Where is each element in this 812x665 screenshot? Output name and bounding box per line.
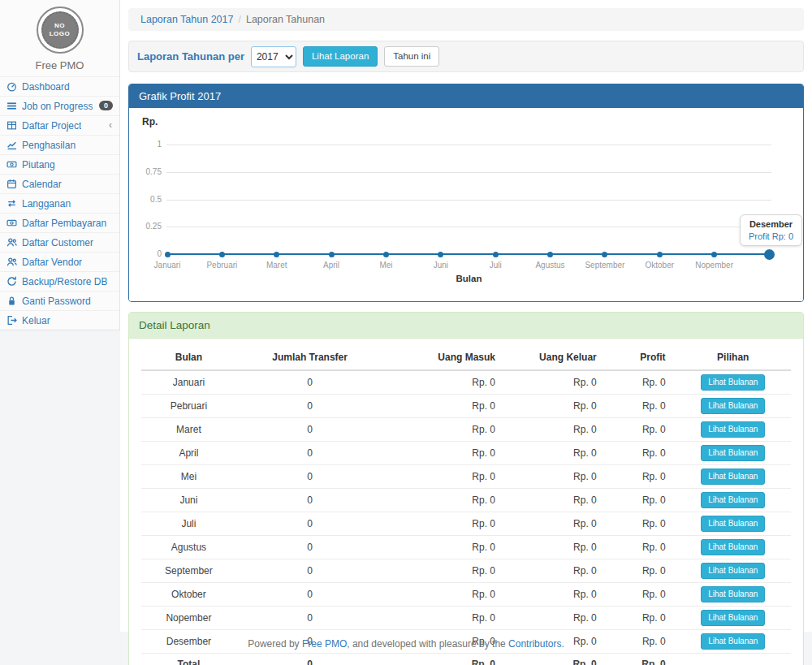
sidebar-item-daftar-pembayaran[interactable]: Daftar Pembayaran (0, 213, 119, 232)
footer-link-contributors[interactable]: Contributors. (508, 638, 564, 650)
profit-cell: Rp. 0 (607, 559, 676, 583)
profit-cell: Rp. 0 (607, 465, 676, 489)
sidebar-item-ganti-password[interactable]: Ganti Password (0, 291, 119, 310)
sidebar-item-label: Langganan (22, 198, 71, 209)
job-count-badge: 0 (99, 101, 113, 110)
chart-x-tick-label: Pebruari (193, 261, 250, 270)
action-cell: Lihat Bulanan (676, 489, 791, 512)
chart-point-pebruari[interactable] (219, 252, 225, 257)
sidebar-item-calendar[interactable]: Calendar (0, 174, 119, 193)
view-monthly-button-juli[interactable]: Lihat Bulanan (701, 516, 765, 532)
chart-point-april[interactable] (329, 252, 335, 257)
detail-table-wrap: BulanJumlah TransferUang MasukUang Kelua… (129, 339, 803, 665)
month-cell: Agustus (141, 536, 236, 559)
sidebar-item-penghasilan[interactable]: Penghasilan (0, 135, 119, 154)
sidebar-item-label: Daftar Customer (22, 237, 93, 248)
money-in-cell: Rp. 0 (383, 512, 505, 536)
sidebar-item-backup-restore-db[interactable]: Backup/Restore DB (0, 271, 119, 291)
sidebar-item-daftar-project[interactable]: Daftar Project‹ (0, 115, 119, 135)
money-in-cell: Rp. 0 (383, 442, 505, 465)
chart-gridline (166, 145, 771, 145)
sidebar: NO LOGO Free PMO DashboardJob on Progres… (0, 0, 120, 330)
money-out-cell: Rp. 0 (505, 536, 607, 559)
money-in-cell: Rp. 0 (383, 370, 505, 395)
view-report-button[interactable]: Lihat Laporan (303, 46, 378, 67)
sidebar-item-label: Job on Progress (22, 101, 93, 112)
year-select[interactable]: 2017 (251, 46, 296, 67)
chart-y-tick-label: 1 (129, 140, 162, 149)
month-cell: April (141, 442, 236, 465)
footer-link-free-pmo[interactable]: Free PMO (302, 638, 347, 650)
money-in-cell: Rp. 0 (383, 395, 505, 418)
chevron-left-icon: ‹ (109, 119, 112, 131)
money-out-cell: Rp. 0 (505, 489, 607, 512)
view-monthly-button-agustus[interactable]: Lihat Bulanan (701, 539, 765, 555)
action-cell: Lihat Bulanan (676, 418, 791, 442)
chart-point-oktober[interactable] (657, 252, 663, 257)
total-cell: 0 (236, 654, 384, 665)
money-out-cell: Rp. 0 (505, 512, 607, 536)
chart-point-september[interactable] (602, 252, 607, 257)
action-cell: Lihat Bulanan (676, 442, 791, 465)
chart-x-tick-label: Agustus (522, 261, 579, 270)
breadcrumb-link-laporan-tahun[interactable]: Laporan Tahun 2017 (140, 14, 233, 25)
month-cell: Juli (141, 512, 236, 536)
transfer-count-cell: 0 (236, 370, 384, 395)
money-in-cell: Rp. 0 (383, 607, 505, 630)
chart-point-juni[interactable] (438, 252, 443, 257)
sidebar-menu: DashboardJob on Progress0Daftar Project‹… (0, 76, 119, 330)
sidebar-item-job-on-progress[interactable]: Job on Progress0 (0, 96, 119, 115)
sidebar-item-label: Keluar (22, 315, 50, 326)
money-out-cell: Rp. 0 (505, 607, 607, 630)
sidebar-item-label: Daftar Pembayaran (22, 218, 106, 229)
chart-point-desember[interactable] (764, 249, 775, 260)
total-cell: Rp. 0 (607, 654, 676, 665)
chart-point-januari[interactable] (165, 252, 171, 257)
this-year-button[interactable]: Tahun ini (384, 46, 439, 67)
view-monthly-button-oktober[interactable]: Lihat Bulanan (701, 586, 765, 602)
view-monthly-button-maret[interactable]: Lihat Bulanan (701, 421, 765, 438)
sidebar-item-label: Daftar Vendor (22, 257, 82, 268)
users-icon (6, 237, 17, 248)
chart-point-agustus[interactable] (547, 252, 553, 257)
sidebar-item-langganan[interactable]: Langganan (0, 193, 119, 213)
view-monthly-button-juni[interactable]: Lihat Bulanan (701, 492, 765, 508)
view-monthly-button-september[interactable]: Lihat Bulanan (701, 563, 765, 579)
chart-x-tick-label: Juni (412, 261, 469, 270)
month-cell: September (141, 559, 236, 583)
view-monthly-button-nopember[interactable]: Lihat Bulanan (701, 610, 765, 626)
calendar-icon (6, 179, 17, 189)
no-logo-seal: NO LOGO (41, 11, 79, 49)
month-cell: Mei (141, 465, 236, 489)
view-monthly-button-pebruari[interactable]: Lihat Bulanan (701, 398, 765, 414)
sidebar-item-piutang[interactable]: Piutang (0, 154, 119, 174)
page-footer: Powered by Free PMO, and developed with … (0, 638, 812, 650)
chart-x-tick-label: April (303, 261, 360, 270)
profit-cell: Rp. 0 (607, 370, 676, 395)
chart-point-nopember[interactable] (711, 252, 717, 257)
month-cell: Januari (141, 370, 236, 395)
column-header-jumlah-transfer: Jumlah Transfer (236, 345, 384, 370)
month-cell: Maret (141, 418, 236, 442)
profit-cell: Rp. 0 (607, 536, 676, 559)
sidebar-item-daftar-vendor[interactable]: Daftar Vendor (0, 252, 119, 271)
tooltip-value: Profit Rp: 0 (749, 231, 793, 241)
sidebar-item-keluar[interactable]: Keluar (0, 310, 119, 330)
sidebar-item-label: Piutang (22, 159, 55, 171)
users-icon (6, 257, 17, 267)
view-monthly-button-april[interactable]: Lihat Bulanan (701, 445, 765, 461)
chart-y-tick-label: 0.75 (129, 167, 162, 176)
breadcrumb-current: Laporan Tahunan (246, 14, 325, 25)
sidebar-item-dashboard[interactable]: Dashboard (0, 76, 119, 96)
sidebar-item-label: Penghasilan (22, 140, 76, 151)
table-row-maret: Maret0Rp. 0Rp. 0Rp. 0Lihat Bulanan (141, 418, 791, 442)
transfer-count-cell: 0 (236, 536, 384, 559)
chart-point-mei[interactable] (383, 252, 389, 257)
table-icon (6, 120, 17, 131)
chart-point-juli[interactable] (493, 252, 499, 257)
tasks-icon (6, 101, 17, 111)
view-monthly-button-mei[interactable]: Lihat Bulanan (701, 469, 765, 485)
chart-point-maret[interactable] (274, 252, 279, 257)
sidebar-item-daftar-customer[interactable]: Daftar Customer (0, 232, 119, 252)
view-monthly-button-januari[interactable]: Lihat Bulanan (701, 374, 765, 391)
